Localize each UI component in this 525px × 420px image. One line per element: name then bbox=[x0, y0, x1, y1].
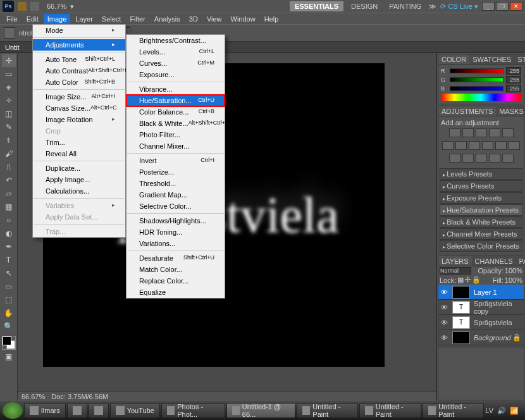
start-button[interactable] bbox=[3, 402, 23, 419]
adj-icon-9[interactable] bbox=[482, 141, 493, 150]
mi-replace-color[interactable]: Replace Color... bbox=[127, 275, 225, 287]
mi-vibrance[interactable]: Vibrance... bbox=[127, 83, 225, 95]
layer-row[interactable]: 👁 Layer 1 bbox=[438, 285, 524, 300]
layer-name[interactable]: Layer 1 bbox=[472, 288, 524, 296]
layer-name[interactable]: Background bbox=[472, 334, 512, 342]
tray-lang[interactable]: LV bbox=[485, 407, 493, 414]
menu-help[interactable]: Help bbox=[261, 14, 283, 24]
menu-analysis[interactable]: Analysis bbox=[151, 14, 184, 24]
lock-position-icon[interactable]: ✢ bbox=[465, 276, 471, 284]
history-brush-tool[interactable]: ↶ bbox=[2, 174, 16, 187]
opacity-value[interactable]: 100% bbox=[505, 267, 522, 275]
mi-desaturate[interactable]: DesaturateShift+Ctrl+U bbox=[127, 252, 225, 264]
adj-icon-15[interactable] bbox=[489, 154, 500, 163]
menu-file[interactable]: File bbox=[3, 14, 22, 24]
adj-icon-2[interactable] bbox=[462, 128, 474, 137]
adj-icon-16[interactable] bbox=[502, 154, 514, 163]
stamp-tool[interactable]: ⎍ bbox=[2, 161, 16, 173]
menu-image[interactable]: Image bbox=[44, 14, 71, 24]
bridge-icon[interactable] bbox=[18, 2, 27, 11]
minibridge-icon[interactable] bbox=[30, 2, 39, 11]
adj-icon-3[interactable] bbox=[476, 128, 487, 137]
mi-color-balance[interactable]: Color Balance...Ctrl+B bbox=[127, 106, 225, 118]
menu-select[interactable]: Select bbox=[98, 14, 125, 24]
tab-adjustments[interactable]: ADJUSTMENTS bbox=[438, 106, 496, 116]
type-tool[interactable]: T bbox=[2, 254, 16, 266]
layer-thumb[interactable] bbox=[452, 331, 470, 344]
zoom-tool[interactable]: 🔍 bbox=[2, 320, 16, 333]
r-slider[interactable] bbox=[450, 68, 503, 73]
layer-thumb[interactable]: T bbox=[452, 316, 470, 329]
foreground-color-icon[interactable] bbox=[3, 337, 11, 345]
taskbar-item[interactable]: Ilmars bbox=[24, 403, 66, 418]
menu-3d[interactable]: 3D bbox=[185, 14, 202, 24]
menu-filter[interactable]: Filter bbox=[126, 14, 149, 24]
preset-black-white[interactable]: Black & White Presets bbox=[440, 216, 522, 228]
move-tool[interactable]: ✢ bbox=[2, 54, 16, 67]
preset-selective-color[interactable]: Selective Color Presets bbox=[440, 240, 522, 252]
mi-match-color[interactable]: Match Color... bbox=[127, 264, 225, 275]
tray-network-icon[interactable]: 📶 bbox=[510, 407, 519, 415]
tab-swatches[interactable]: SWATCHES bbox=[469, 54, 514, 64]
taskbar-item[interactable]: Untitled - Paint bbox=[423, 403, 484, 418]
adj-icon-7[interactable] bbox=[455, 141, 467, 150]
taskbar-item[interactable]: Untitled - Paint bbox=[359, 403, 421, 418]
tab-masks[interactable]: MASKS bbox=[496, 106, 525, 116]
mi-invert[interactable]: InvertCtrl+I bbox=[127, 155, 225, 166]
brush-tool[interactable]: 🖌 bbox=[2, 147, 16, 160]
mi-apply-image[interactable]: Apply Image... bbox=[33, 174, 125, 185]
visibility-icon[interactable]: 👁 bbox=[438, 304, 450, 311]
adj-icon-6[interactable] bbox=[442, 141, 454, 150]
menu-window[interactable]: Window bbox=[227, 14, 259, 24]
gradient-tool[interactable]: ▦ bbox=[2, 201, 16, 213]
layer-thumb[interactable] bbox=[452, 286, 470, 299]
blend-mode-select[interactable] bbox=[440, 267, 471, 275]
status-doc[interactable]: Doc: 3.75M/6.56M bbox=[51, 393, 108, 400]
hand-tool[interactable]: ✋ bbox=[2, 307, 16, 319]
adj-icon-10[interactable] bbox=[495, 141, 507, 150]
mi-image-size[interactable]: Image Size...Alt+Ctrl+I bbox=[33, 91, 125, 102]
lasso-tool[interactable]: ⎈ bbox=[2, 81, 16, 94]
workspace-essentials[interactable]: ESSENTIALS bbox=[290, 1, 343, 11]
workspace-design[interactable]: DESIGN bbox=[347, 1, 381, 11]
3d-tool[interactable]: ⬚ bbox=[2, 293, 16, 306]
mi-duplicate[interactable]: Duplicate... bbox=[33, 163, 125, 174]
mi-channel-mixer[interactable]: Channel Mixer... bbox=[127, 140, 225, 152]
tray-volume-icon[interactable]: 🔊 bbox=[497, 407, 506, 415]
adj-icon-13[interactable] bbox=[462, 154, 474, 163]
mi-auto-contrast[interactable]: Auto ContrastAlt+Shift+Ctrl+L bbox=[33, 65, 125, 77]
mi-variations[interactable]: Variations... bbox=[127, 238, 225, 249]
zoom-level[interactable]: 66.7% bbox=[47, 3, 66, 10]
marquee-tool[interactable]: ▭ bbox=[2, 68, 16, 80]
mi-curves[interactable]: Curves...Ctrl+M bbox=[127, 58, 225, 69]
mi-photo-filter[interactable]: Photo Filter... bbox=[127, 129, 225, 140]
shape-tool[interactable]: ▭ bbox=[2, 280, 16, 293]
lock-all-icon[interactable]: 🔒 bbox=[472, 276, 481, 284]
tab-color[interactable]: COLOR bbox=[438, 54, 469, 64]
mi-reveal-all[interactable]: Reveal All bbox=[33, 148, 125, 159]
b-slider[interactable] bbox=[450, 86, 503, 91]
mi-selective-color[interactable]: Selective Color... bbox=[127, 201, 225, 212]
tab-channels[interactable]: CHANNELS bbox=[472, 256, 516, 266]
tab-layers[interactable]: LAYERS bbox=[438, 256, 472, 266]
layer-row[interactable]: 👁 T Sprāgstviela bbox=[438, 315, 524, 330]
menu-edit[interactable]: Edit bbox=[23, 14, 42, 24]
taskbar-item[interactable] bbox=[89, 403, 109, 418]
minimize-button[interactable]: _ bbox=[482, 2, 495, 11]
mi-gradient-map[interactable]: Gradient Map... bbox=[127, 189, 225, 201]
tab-styles[interactable]: STYLES bbox=[514, 54, 525, 64]
visibility-icon[interactable]: 👁 bbox=[438, 334, 450, 342]
taskbar-item[interactable] bbox=[67, 403, 87, 418]
taskbar-item[interactable]: Photos - Phot... bbox=[161, 403, 225, 418]
layer-name[interactable]: Sprāgstviela copy bbox=[472, 300, 524, 315]
mi-brightness-contrast[interactable]: Brightness/Contrast... bbox=[127, 35, 225, 46]
g-slider[interactable] bbox=[450, 77, 503, 82]
color-swatch[interactable] bbox=[2, 336, 16, 350]
menu-view[interactable]: View bbox=[203, 14, 226, 24]
visibility-icon[interactable]: 👁 bbox=[438, 319, 450, 326]
status-zoom[interactable]: 66.67% bbox=[22, 393, 45, 400]
menu-layer[interactable]: Layer bbox=[71, 14, 97, 24]
eraser-tool[interactable]: ▱ bbox=[2, 187, 16, 200]
preset-channel-mixer[interactable]: Channel Mixer Presets bbox=[440, 228, 522, 240]
preset-hue-saturation[interactable]: Hue/Saturation Presets bbox=[440, 204, 522, 216]
